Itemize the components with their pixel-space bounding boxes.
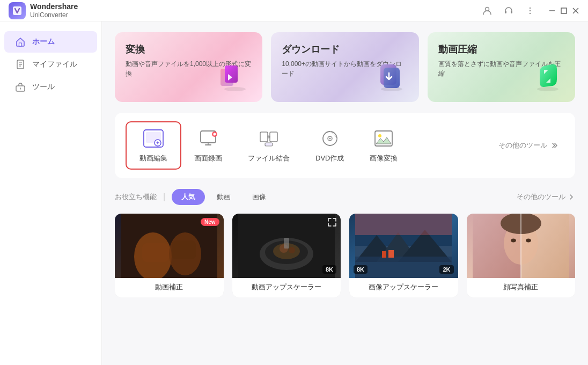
- resolution-badge-8k: 8K: [322, 265, 336, 274]
- svg-rect-20: [225, 65, 238, 83]
- sidebar-item-tools[interactable]: ツール: [4, 76, 97, 98]
- merge-icon: [257, 128, 281, 149]
- tabs-separator: |: [163, 192, 165, 202]
- svg-point-34: [214, 133, 216, 136]
- banner-convert-title: 変換: [126, 43, 252, 56]
- tab-popular[interactable]: 人気: [172, 189, 205, 205]
- feature-face-correction[interactable]: 顔写真補正: [467, 214, 576, 297]
- svg-rect-62: [382, 251, 386, 258]
- titlebar-controls: [480, 3, 579, 18]
- svg-rect-0: [13, 6, 21, 15]
- app-logo: [9, 2, 26, 19]
- tool-dvd-label: DVD作成: [315, 154, 344, 163]
- tabs-row: お役立ち機能 | 人気 動画 画像 その他のツール: [115, 189, 575, 205]
- new-badge: New: [201, 218, 219, 226]
- maximize-btn[interactable]: [560, 7, 568, 14]
- svg-rect-37: [265, 143, 273, 146]
- file-icon: [15, 59, 27, 70]
- app-name: Wondershare: [30, 2, 78, 11]
- app-product: UniConverter: [30, 11, 78, 19]
- svg-point-6: [530, 12, 531, 13]
- tool-dvd[interactable]: DVD作成: [303, 122, 357, 169]
- svg-rect-47: [172, 240, 196, 259]
- convert-icon-area: [216, 58, 254, 96]
- app-branding: Wondershare UniConverter: [9, 2, 78, 19]
- content-area: 変換 動画や音声ファイルを1,000以上の形式に変換: [102, 21, 588, 365]
- sidebar-item-myfiles[interactable]: マイファイル: [4, 54, 97, 75]
- close-btn[interactable]: [572, 7, 579, 14]
- svg-rect-63: [388, 250, 394, 258]
- svg-point-24: [537, 87, 558, 91]
- tool-screen-record-label: 画面録画: [194, 154, 222, 163]
- sidebar-myfiles-label: マイファイル: [32, 60, 77, 69]
- titlebar: Wondershare UniConverter: [0, 0, 588, 21]
- svg-rect-2: [505, 11, 506, 13]
- sidebar-item-home[interactable]: ホーム: [4, 31, 97, 53]
- svg-point-68: [511, 239, 516, 243]
- home-icon: [15, 36, 27, 47]
- svg-point-53: [289, 247, 295, 253]
- resolution-badge-2k: 8K: [354, 265, 367, 274]
- svg-rect-11: [19, 43, 22, 46]
- image-convert-icon: [372, 128, 395, 149]
- tabs-more-btn[interactable]: その他のツール: [517, 192, 575, 202]
- sidebar-home-label: ホーム: [32, 37, 55, 47]
- svg-point-4: [530, 7, 531, 8]
- banner-compress-title: 動画圧縮: [438, 43, 564, 56]
- tool-screen-record[interactable]: 画面録画: [181, 122, 235, 169]
- svg-rect-3: [511, 11, 512, 13]
- banner-convert[interactable]: 変換 動画や音声ファイルを1,000以上の形式に変換: [115, 32, 262, 102]
- headset-icon[interactable]: [501, 3, 516, 18]
- feature-video-correction[interactable]: New 動画補正: [115, 214, 224, 297]
- feature-video-upscaler[interactable]: 8K 動画アップスケーラー: [232, 214, 341, 297]
- feature-thumb-video-upscaler: 8K: [232, 214, 341, 278]
- svg-point-40: [329, 138, 330, 140]
- tool-grid: 動画編集 画面録画: [115, 113, 575, 178]
- compress-icon-area: [529, 58, 567, 96]
- feature-thumb-video-correction: New: [115, 214, 224, 278]
- tools-more-label: その他のツール: [498, 141, 547, 150]
- tool-merge[interactable]: ファイル結合: [235, 122, 303, 169]
- tool-image-convert[interactable]: 画像変換: [357, 122, 410, 169]
- video-edit-icon: [142, 128, 165, 149]
- feature-video-upscaler-label: 動画アップスケーラー: [232, 278, 341, 297]
- minimize-btn[interactable]: [548, 7, 556, 14]
- feature-image-upscaler-label: 画像アップスケーラー: [349, 278, 458, 297]
- banner-row: 変換 動画や音声ファイルを1,000以上の形式に変換: [115, 32, 575, 102]
- sidebar-tools-label: ツール: [32, 82, 55, 92]
- dvd-icon: [318, 128, 342, 149]
- banner-download[interactable]: ダウンロード 10,000+の動画サイトから動画をダウンロード: [271, 32, 418, 102]
- menu-icon[interactable]: [523, 3, 538, 18]
- tool-video-edit-label: 動画編集: [139, 154, 167, 163]
- feature-thumb-face-correction: [467, 214, 576, 278]
- svg-rect-8: [561, 8, 567, 13]
- banner-download-title: ダウンロード: [282, 43, 408, 56]
- feature-image-upscaler[interactable]: 8K 2K: [349, 214, 458, 297]
- feature-row: New 動画補正: [115, 214, 575, 297]
- svg-point-5: [530, 10, 531, 11]
- svg-point-69: [526, 239, 531, 243]
- svg-point-42: [378, 134, 381, 137]
- tools-more-btn[interactable]: その他のツール: [492, 136, 564, 155]
- tool-merge-label: ファイル結合: [248, 154, 290, 163]
- window-controls: [548, 7, 579, 14]
- tab-image[interactable]: 画像: [242, 189, 276, 205]
- svg-rect-60: [355, 257, 452, 278]
- expand-icon: [327, 217, 337, 228]
- banner-compress[interactable]: 動画圧縮 画質を落とさずに動画や音声ファイルを圧縮: [428, 32, 575, 102]
- tabs-more-label: その他のツール: [517, 192, 565, 202]
- svg-rect-36: [270, 132, 277, 142]
- resolution-badge-2k2: 2K: [439, 265, 453, 274]
- download-icon-area: [373, 58, 410, 96]
- toolbox-icon: [15, 82, 27, 92]
- svg-rect-54: [284, 238, 289, 249]
- sidebar: ホーム マイファイル ツール: [0, 21, 102, 365]
- tool-video-edit[interactable]: 動画編集: [126, 121, 181, 170]
- feature-thumb-image-upscaler: 8K 2K: [349, 214, 458, 278]
- svg-point-18: [224, 87, 246, 91]
- feature-video-correction-label: 動画補正: [115, 278, 224, 297]
- tab-video[interactable]: 動画: [207, 189, 240, 205]
- user-icon[interactable]: [480, 3, 495, 18]
- feature-face-correction-label: 顔写真補正: [467, 278, 576, 297]
- tool-image-convert-label: 画像変換: [370, 154, 398, 163]
